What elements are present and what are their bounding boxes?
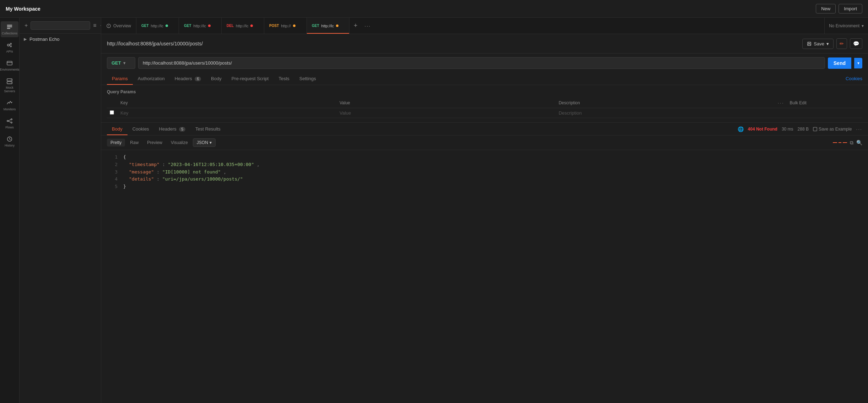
copy-button[interactable]: ⧉ bbox=[850, 140, 853, 146]
tab-get-1[interactable]: GET http://lc bbox=[136, 18, 179, 34]
format-preview-button[interactable]: Preview bbox=[143, 139, 166, 147]
value-input[interactable] bbox=[340, 110, 553, 116]
sidebar-item-flows[interactable]: Flows bbox=[1, 115, 18, 131]
cookies-link[interactable]: Cookies bbox=[846, 76, 862, 81]
tabs-bar: Overview GET http://lc GET http://lc DEL… bbox=[101, 18, 868, 34]
save-dropdown-icon: ▾ bbox=[826, 41, 829, 46]
json-key-message: "message" bbox=[129, 169, 154, 175]
search-button[interactable]: 🔍 bbox=[856, 140, 862, 145]
key-input[interactable] bbox=[120, 110, 334, 116]
tab-headers-label: Headers bbox=[175, 76, 192, 81]
svg-rect-23 bbox=[808, 44, 811, 45]
table-more-icon[interactable]: ··· bbox=[778, 100, 784, 106]
tab-post[interactable]: POST http:// bbox=[264, 18, 307, 34]
tab-overview[interactable]: Overview bbox=[101, 18, 136, 34]
format-visualize-button[interactable]: Visualize bbox=[167, 139, 191, 147]
edit-button[interactable]: ✏ bbox=[836, 38, 847, 49]
tab-method-get-active: GET bbox=[312, 24, 319, 28]
tab-url-4: http:// bbox=[281, 24, 291, 28]
bulk-edit-button[interactable]: Bulk Edit bbox=[790, 100, 807, 105]
response-size: 288 B bbox=[798, 127, 809, 132]
svg-point-13 bbox=[11, 82, 12, 83]
sidebar-item-environments[interactable]: Environments bbox=[1, 57, 18, 73]
tab-params[interactable]: Params bbox=[107, 72, 133, 85]
collection-postman-echo[interactable]: ▶ Postman Echo bbox=[20, 34, 101, 45]
add-collection-button[interactable]: + bbox=[24, 22, 28, 29]
chevron-right-icon: ▶ bbox=[24, 37, 27, 42]
save-example-label: Save as Example bbox=[819, 127, 852, 132]
new-button[interactable]: New bbox=[816, 4, 836, 13]
params-section: Query Params Key Value Description ··· B… bbox=[101, 85, 868, 122]
tab-method-del: DEL bbox=[227, 24, 234, 28]
tab-tests-label: Tests bbox=[278, 76, 289, 81]
response-tab-body[interactable]: Body bbox=[107, 123, 128, 135]
response-tab-cookies[interactable]: Cookies bbox=[128, 123, 154, 135]
svg-line-17 bbox=[8, 120, 11, 121]
flows-icon bbox=[6, 117, 13, 125]
response-time: 30 ms bbox=[782, 127, 793, 132]
sidebar-item-collections[interactable]: Collections bbox=[1, 21, 18, 37]
collections-search-input[interactable] bbox=[31, 21, 90, 30]
tab-dot-4 bbox=[293, 24, 295, 27]
response-tab-test-results[interactable]: Test Results bbox=[190, 123, 226, 135]
import-button[interactable]: Import bbox=[839, 4, 862, 13]
sidebar-item-mock-servers[interactable]: Mock Servers bbox=[1, 76, 18, 95]
svg-rect-2 bbox=[7, 28, 10, 29]
filter-icon[interactable]: ≡ bbox=[92, 22, 97, 29]
response-headers-label: Headers bbox=[159, 126, 177, 132]
tab-settings[interactable]: Settings bbox=[294, 72, 321, 85]
method-label: GET bbox=[112, 60, 121, 66]
response-more-icon[interactable]: ··· bbox=[856, 126, 862, 132]
response-test-results-label: Test Results bbox=[195, 126, 221, 132]
svg-point-5 bbox=[10, 46, 12, 47]
request-bar: http://localhost:8088/jpa/users/10000/po… bbox=[101, 34, 868, 54]
sidebar-item-monitors[interactable]: Monitors bbox=[1, 97, 18, 113]
json-open-brace: { bbox=[123, 154, 126, 161]
tab-del[interactable]: DEL http://lc bbox=[222, 18, 264, 34]
tab-body[interactable]: Body bbox=[206, 72, 227, 85]
response-cookies-label: Cookies bbox=[132, 126, 149, 132]
save-label: Save bbox=[814, 41, 824, 46]
headers-badge: 6 bbox=[195, 77, 201, 81]
send-dropdown-button[interactable]: ▾ bbox=[854, 58, 862, 68]
tab-method-get2: GET bbox=[184, 24, 191, 28]
overview-icon bbox=[106, 23, 111, 28]
environment-selector[interactable]: No Environment ▾ bbox=[824, 18, 868, 34]
tab-pre-request[interactable]: Pre-request Script bbox=[227, 72, 274, 85]
format-type-label: JSON bbox=[197, 140, 208, 145]
svg-point-4 bbox=[10, 43, 12, 45]
tab-headers[interactable]: Headers 6 bbox=[170, 72, 206, 85]
method-selector[interactable]: GET ▾ bbox=[107, 57, 135, 69]
format-raw-button[interactable]: Raw bbox=[126, 139, 142, 147]
tabs-more-button[interactable]: ··· bbox=[362, 18, 374, 34]
send-button[interactable]: Send bbox=[828, 57, 851, 69]
tab-url-2: http://lc bbox=[194, 24, 206, 28]
format-type-selector[interactable]: JSON ▾ bbox=[193, 138, 216, 147]
format-pretty-button[interactable]: Pretty bbox=[107, 139, 125, 147]
tab-get-active[interactable]: GET http://lc bbox=[307, 18, 349, 34]
tab-url-3: http://lc bbox=[236, 24, 248, 28]
response-tab-headers[interactable]: Headers 5 bbox=[154, 123, 190, 135]
tab-pre-request-label: Pre-request Script bbox=[232, 76, 269, 81]
env-dropdown-icon: ▾ bbox=[862, 23, 864, 28]
save-button[interactable]: Save ▾ bbox=[802, 39, 834, 49]
tab-get-2[interactable]: GET http://lc bbox=[179, 18, 222, 34]
sidebar-item-apis[interactable]: APIs bbox=[1, 39, 18, 55]
tab-method-post: POST bbox=[269, 24, 279, 28]
mock-servers-label: Mock Servers bbox=[2, 86, 17, 93]
tab-authorization[interactable]: Authorization bbox=[133, 72, 170, 85]
param-checkbox[interactable] bbox=[110, 110, 114, 115]
tab-url-active: http://lc bbox=[321, 24, 334, 28]
environments-label: Environments bbox=[0, 68, 20, 71]
add-tab-button[interactable]: + bbox=[349, 18, 362, 34]
description-input[interactable] bbox=[559, 110, 772, 116]
workspace-name: My Workspace bbox=[6, 6, 40, 12]
line-number-1: 1 bbox=[107, 154, 118, 161]
tab-authorization-label: Authorization bbox=[138, 76, 165, 81]
sidebar-item-history[interactable]: History bbox=[1, 133, 18, 149]
comment-button[interactable]: 💬 bbox=[850, 38, 862, 49]
save-example-button[interactable]: Save as Example bbox=[813, 127, 852, 132]
save-icon bbox=[807, 42, 812, 46]
url-input[interactable] bbox=[138, 57, 825, 69]
tab-tests[interactable]: Tests bbox=[273, 72, 294, 85]
